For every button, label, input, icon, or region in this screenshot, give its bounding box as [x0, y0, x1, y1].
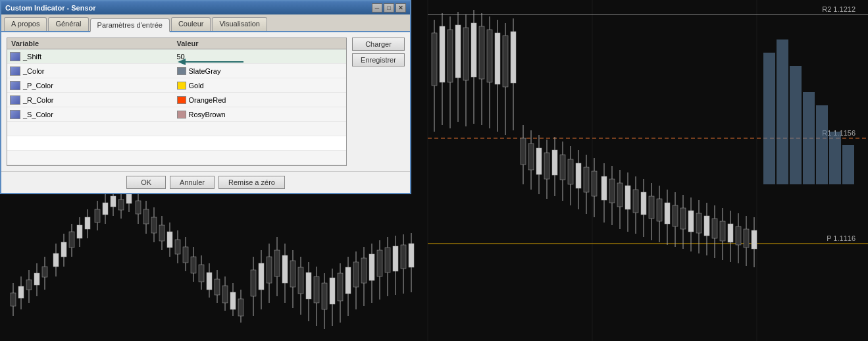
p-color-swatch	[177, 82, 186, 90]
svg-text:R2  1.1212: R2 1.1212	[822, 5, 855, 13]
tabs-container: A propos Général Paramètres d'entrée Cou…	[1, 14, 410, 32]
tab-general[interactable]: Général	[48, 17, 88, 31]
svg-rect-68	[215, 279, 220, 295]
svg-rect-160	[601, 176, 607, 200]
svg-rect-164	[617, 183, 623, 207]
s-color-icon	[10, 110, 20, 119]
color-value: SlateGray	[189, 67, 221, 75]
svg-rect-22	[26, 280, 32, 290]
svg-rect-18	[11, 293, 16, 306]
svg-rect-92	[314, 276, 319, 303]
var-s-color: _S_Color	[10, 110, 177, 119]
close-button[interactable]: ✕	[396, 3, 406, 13]
svg-rect-54	[159, 225, 165, 241]
svg-rect-126	[463, 28, 469, 80]
title-bar-buttons: ─ □ ✕	[372, 3, 406, 13]
svg-rect-166	[625, 186, 630, 209]
svg-rect-106	[369, 254, 374, 280]
svg-rect-194	[736, 226, 741, 245]
svg-rect-78	[259, 263, 264, 290]
svg-rect-150	[560, 155, 565, 180]
annuler-button[interactable]: Annuler	[170, 176, 215, 189]
svg-rect-44	[118, 199, 124, 210]
svg-rect-50	[143, 209, 149, 224]
svg-rect-110	[385, 248, 390, 273]
var-r-color: _R_Color	[10, 95, 177, 105]
table-row: _R_Color OrangeRed	[7, 93, 346, 107]
svg-text:P  1.1116: P 1.1116	[827, 234, 855, 242]
svg-rect-136	[503, 36, 508, 87]
p-color-value: Gold	[189, 82, 204, 90]
svg-rect-174	[657, 199, 662, 221]
svg-rect-84	[282, 255, 288, 283]
svg-rect-32	[69, 232, 74, 248]
svg-rect-42	[111, 196, 116, 207]
svg-rect-198	[752, 230, 757, 249]
svg-rect-86	[290, 261, 295, 287]
tab-apropos[interactable]: A propos	[4, 17, 47, 31]
minimize-button[interactable]: ─	[372, 3, 382, 13]
title-bar: Custom Indicator - Sensor ─ □ ✕	[1, 1, 410, 14]
svg-rect-188	[712, 219, 717, 238]
svg-rect-190	[720, 221, 725, 241]
svg-rect-134	[495, 33, 500, 84]
svg-rect-40	[103, 203, 108, 215]
svg-rect-116	[409, 244, 414, 267]
col-variable: Variable	[11, 39, 177, 47]
parameters-table: Variable Valeur _Shift 50 _Color	[7, 38, 347, 166]
svg-rect-74	[238, 299, 243, 316]
enregistrer-button[interactable]: Enregistrer	[352, 53, 405, 66]
ok-button[interactable]: OK	[126, 176, 166, 189]
table-row-empty	[7, 151, 346, 165]
svg-rect-192	[728, 224, 733, 242]
color-label: _Color	[23, 67, 44, 75]
svg-rect-170	[641, 192, 646, 215]
svg-rect-120	[440, 26, 445, 82]
svg-rect-60	[183, 247, 188, 263]
bottom-buttons: OK Annuler Remise a zéro	[1, 171, 410, 193]
svg-rect-64	[199, 265, 204, 282]
r-color-icon	[10, 95, 20, 105]
svg-rect-82	[274, 250, 280, 276]
svg-rect-58	[175, 240, 180, 254]
svg-rect-10	[763, 53, 775, 184]
svg-rect-114	[401, 245, 406, 269]
maximize-button[interactable]: □	[384, 3, 394, 13]
s-color-value: RosyBrown	[189, 111, 226, 118]
s-color-label: _S_Color	[23, 111, 53, 118]
svg-rect-186	[704, 216, 709, 236]
svg-rect-80	[267, 257, 272, 283]
tab-parametres[interactable]: Paramètres d'entrée	[90, 18, 170, 32]
svg-rect-46	[126, 193, 132, 203]
svg-rect-70	[222, 286, 228, 303]
tab-couleur[interactable]: Couleur	[171, 17, 211, 31]
col-valeur: Valeur	[177, 39, 343, 47]
tab-visualisation[interactable]: Visualisation	[212, 17, 267, 31]
svg-rect-34	[77, 225, 82, 238]
p-color-icon	[10, 81, 20, 90]
svg-rect-20	[18, 286, 24, 298]
svg-rect-140	[521, 138, 526, 165]
table-row: _P_Color Gold	[7, 78, 346, 93]
svg-rect-138	[511, 32, 516, 83]
svg-rect-14	[816, 105, 828, 184]
svg-rect-182	[688, 211, 694, 232]
table-row-empty	[7, 122, 346, 136]
svg-rect-16	[842, 145, 854, 184]
svg-rect-132	[487, 30, 492, 82]
svg-rect-90	[306, 273, 311, 299]
r-color-swatch	[177, 96, 186, 104]
svg-rect-122	[447, 30, 453, 82]
svg-rect-172	[649, 196, 654, 219]
dialog: Custom Indicator - Sensor ─ □ ✕ A propos…	[0, 0, 411, 194]
svg-rect-168	[633, 190, 638, 213]
svg-rect-62	[191, 257, 196, 273]
table-row: _Color SlateGray	[7, 64, 346, 78]
svg-rect-154	[576, 163, 581, 188]
remise-button[interactable]: Remise a zéro	[218, 176, 285, 189]
shift-color-icon	[10, 52, 20, 61]
val-s-color: RosyBrown	[177, 111, 344, 118]
charger-button[interactable]: Charger	[352, 38, 405, 51]
table-row: _S_Color RosyBrown	[7, 107, 346, 122]
svg-rect-158	[592, 171, 597, 196]
